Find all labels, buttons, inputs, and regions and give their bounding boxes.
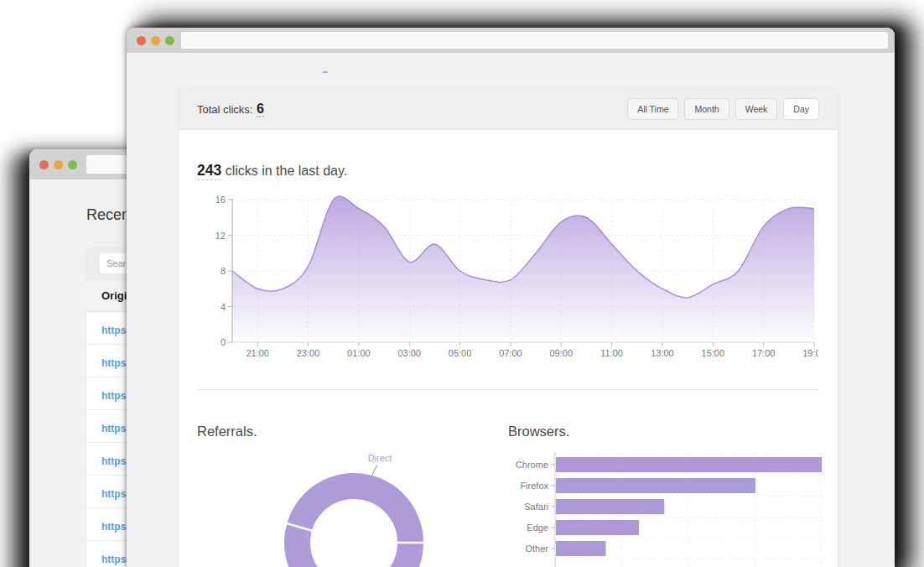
analytics-card-header: Total clicks: 6 All TimeMonthWeekDay [179, 88, 838, 130]
lower-sections: Referrals. Direct Browsers. ChromeFirefo… [197, 420, 819, 567]
referrals-donut-chart: Direct [283, 449, 425, 567]
total-clicks: Total clicks: 6 [197, 101, 264, 117]
minimize-window-button[interactable] [151, 36, 160, 45]
short-link-url[interactable]: https: [101, 423, 129, 434]
svg-text:07:00: 07:00 [499, 348, 522, 358]
short-link-url[interactable]: https: [101, 455, 129, 467]
svg-text:03:00: 03:00 [397, 348, 421, 358]
page: Recen Origi https:https:https:https:http… [0, 0, 924, 567]
close-window-button[interactable] [137, 36, 146, 45]
browsers-bar-chart: ChromeFirefoxSafariEdgeOther [508, 447, 827, 567]
total-clicks-label: Total clicks: [197, 103, 252, 116]
range-button-month[interactable]: Month [684, 98, 729, 120]
browsers-title: Browsers. [508, 420, 819, 442]
time-range-button-group: All TimeMonthWeekDay [627, 98, 819, 120]
clicks-area-chart: 048121621:0023:0001:0003:0005:0007:0009:… [197, 195, 818, 359]
svg-text:Firefox: Firefox [520, 481, 548, 491]
range-button-day[interactable]: Day [783, 98, 819, 120]
analytics-card: Total clicks: 6 All TimeMonthWeekDay 243… [179, 88, 838, 567]
browsers-section: Browsers. ChromeFirefoxSafariEdgeOther [508, 420, 819, 567]
svg-text:Chrome: Chrome [516, 460, 548, 470]
svg-text:8: 8 [221, 266, 226, 276]
stray-cursor-artifact [323, 71, 328, 73]
svg-text:17:00: 17:00 [752, 348, 776, 358]
svg-text:4: 4 [221, 302, 226, 312]
svg-text:15:00: 15:00 [702, 348, 725, 358]
svg-text:Edge: Edge [527, 523, 548, 533]
zoom-window-button[interactable] [68, 160, 77, 169]
svg-text:21:00: 21:00 [246, 348, 269, 358]
clicks-headline: 243 clicks in the last day. [197, 162, 819, 179]
short-link-url[interactable]: https: [101, 390, 129, 402]
svg-text:0: 0 [221, 337, 226, 347]
short-link-url[interactable]: https: [101, 357, 129, 369]
short-link-url[interactable]: https: [101, 554, 129, 565]
address-bar[interactable] [181, 32, 888, 49]
range-button-all-time[interactable]: All Time [627, 98, 678, 120]
svg-text:05:00: 05:00 [449, 348, 472, 358]
analytics-card-body: 243 clicks in the last day. 048121621:00… [179, 162, 838, 567]
range-button-week[interactable]: Week [735, 98, 778, 120]
recent-links-heading: Recen [86, 206, 130, 224]
svg-text:11:00: 11:00 [600, 348, 623, 358]
zoom-window-button[interactable] [165, 36, 174, 45]
svg-text:01:00: 01:00 [347, 348, 371, 358]
svg-text:13:00: 13:00 [651, 348, 674, 358]
clicks-headline-text: clicks in the last day. [221, 164, 347, 178]
referrals-title: Referrals. [197, 420, 508, 442]
close-window-button[interactable] [39, 160, 49, 169]
short-link-url[interactable]: https: [101, 488, 129, 500]
svg-text:Direct: Direct [368, 453, 392, 463]
section-divider [197, 389, 819, 390]
svg-text:Safari: Safari [524, 502, 548, 512]
svg-text:19:00: 19:00 [802, 348, 818, 358]
clicks-count: 243 [197, 162, 221, 180]
minimize-window-button[interactable] [54, 160, 63, 169]
svg-text:09:00: 09:00 [549, 348, 573, 358]
svg-text:Other: Other [525, 544, 548, 554]
total-clicks-value: 6 [257, 101, 264, 117]
referrals-section: Referrals. Direct [197, 420, 508, 567]
analytics-browser-window: Total clicks: 6 All TimeMonthWeekDay 243… [127, 28, 895, 567]
short-link-url[interactable]: https: [101, 521, 129, 533]
svg-text:12: 12 [215, 231, 226, 241]
svg-text:16: 16 [215, 195, 226, 205]
fg-window-titlebar [127, 28, 895, 53]
short-link-url[interactable]: https: [101, 325, 129, 336]
svg-text:23:00: 23:00 [297, 348, 320, 358]
